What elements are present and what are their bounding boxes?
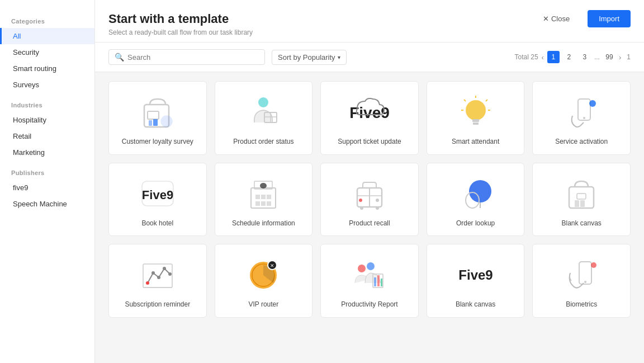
svg-point-64 — [584, 281, 586, 283]
svg-line-14 — [486, 100, 487, 101]
close-button[interactable]: ✕ Close — [538, 12, 574, 25]
svg-rect-29 — [267, 201, 271, 206]
svg-point-65 — [591, 262, 596, 268]
template-card-biometrics[interactable]: Biometrics — [532, 244, 631, 318]
template-card-order-lookup[interactable]: Order lookup — [427, 163, 525, 237]
pagination: Total 25 ‹ 1 2 3 ... 99 › 1 — [515, 51, 631, 63]
template-label: Order lookup — [456, 219, 495, 228]
template-card-schedule-information[interactable]: Schedule information — [215, 163, 313, 237]
template-card-smart-attendant[interactable]: Smart attendant — [427, 81, 525, 155]
template-card-vip-router[interactable]: ✕ VIP router — [215, 244, 313, 318]
industries-label: Industries — [0, 93, 94, 112]
template-icon-person-package — [241, 93, 286, 132]
sidebar-item-security[interactable]: Security — [0, 44, 94, 60]
svg-text:✕: ✕ — [270, 263, 274, 268]
template-icon-balloon — [453, 175, 498, 214]
svg-text:Five9: Five9 — [142, 188, 173, 202]
close-icon: ✕ — [543, 15, 549, 23]
page-99-button[interactable]: 99 — [603, 51, 615, 63]
svg-point-46 — [146, 281, 149, 285]
svg-point-4 — [161, 116, 172, 127]
svg-point-50 — [168, 272, 172, 276]
search-input[interactable] — [127, 53, 259, 62]
total-label: Total 25 — [515, 53, 538, 61]
template-icon-five9-text: Five9 — [135, 175, 180, 214]
template-label: Blank canvas — [562, 219, 602, 228]
sidebar-item-all[interactable]: All — [0, 28, 94, 44]
search-box[interactable]: 🔍 — [108, 49, 265, 65]
sidebar-item-speech-machine[interactable]: Speech Machine — [0, 196, 94, 212]
svg-rect-25 — [261, 195, 266, 199]
svg-point-10 — [466, 100, 486, 120]
template-card-productivity-report[interactable]: Productivity Report — [320, 244, 419, 318]
svg-rect-27 — [255, 201, 260, 206]
svg-rect-60 — [377, 275, 380, 286]
template-card-product-order-status[interactable]: Product order status — [215, 81, 313, 155]
svg-rect-24 — [255, 195, 260, 199]
template-grid-area: Customer loyalty survey Product order st… — [95, 72, 644, 363]
svg-rect-1 — [148, 111, 159, 119]
svg-point-30 — [260, 183, 267, 188]
svg-rect-28 — [261, 201, 266, 206]
template-label: Schedule information — [232, 219, 295, 228]
template-card-blank-canvas-2[interactable]: Five9 Blank canvas — [427, 244, 525, 318]
page-1-button[interactable]: 1 — [547, 51, 560, 63]
header: Start with a template ✕ Close Import Sel… — [95, 0, 644, 43]
svg-rect-11 — [472, 119, 479, 122]
template-icon-hand-phone — [559, 256, 604, 295]
chevron-down-icon: ▾ — [338, 54, 340, 60]
template-card-service-activation[interactable]: Service activation — [532, 81, 631, 155]
template-label: Blank canvas — [456, 300, 495, 309]
close-label: Close — [551, 15, 570, 23]
header-subtitle: Select a ready-built call flow from our … — [108, 29, 631, 36]
sort-label: Sort by Popularity — [278, 53, 335, 62]
svg-point-47 — [151, 271, 155, 275]
svg-point-37 — [376, 199, 379, 202]
sidebar-item-hospitality[interactable]: Hospitality — [0, 112, 94, 128]
svg-rect-26 — [267, 195, 271, 199]
svg-line-15 — [464, 100, 466, 101]
template-card-customer-loyalty-survey[interactable]: Customer loyalty survey — [108, 81, 207, 155]
template-label: Productivity Report — [341, 300, 397, 309]
page-2-button[interactable]: 2 — [563, 51, 575, 63]
template-icon-building — [241, 175, 286, 214]
svg-point-56 — [358, 265, 366, 272]
template-label: Support ticket update — [338, 138, 401, 147]
main-content: Start with a template ✕ Close Import Sel… — [95, 0, 644, 363]
template-label: Product order status — [233, 138, 293, 147]
sidebar-item-five9[interactable]: five9 — [0, 180, 94, 196]
sort-dropdown[interactable]: Sort by Popularity ▾ — [272, 50, 347, 65]
svg-point-38 — [469, 180, 491, 202]
template-label: Service activation — [555, 138, 608, 147]
svg-rect-59 — [374, 277, 376, 286]
template-card-book-hotel[interactable]: Five9 Book hotel — [108, 163, 207, 237]
import-button[interactable]: Import — [588, 10, 631, 27]
svg-rect-2 — [153, 119, 158, 126]
template-icon-bag — [135, 93, 180, 132]
svg-rect-42 — [577, 194, 586, 199]
sidebar-item-smart-routing[interactable]: Smart routing — [0, 60, 94, 77]
sidebar: Categories All Security Smart routing Su… — [0, 0, 95, 363]
template-card-product-recall[interactable]: Product recall — [320, 163, 419, 237]
template-grid: Customer loyalty survey Product order st… — [108, 81, 631, 318]
template-icon-suitcase — [347, 175, 392, 214]
search-icon: 🔍 — [115, 53, 124, 62]
template-card-support-ticket-update[interactable]: Five9 Support ticket update — [320, 81, 419, 155]
sidebar-item-marketing[interactable]: Marketing — [0, 144, 94, 161]
svg-rect-3 — [149, 120, 152, 126]
svg-text:Five9: Five9 — [458, 267, 493, 282]
sidebar-item-surveys[interactable]: Surveys — [0, 77, 94, 93]
template-icon-clock-circle: ✕ — [241, 256, 286, 295]
template-icon-bag-simple — [559, 175, 604, 214]
template-label: Subscription reminder — [125, 300, 190, 309]
template-card-subscription-reminder[interactable]: Subscription reminder — [108, 244, 207, 318]
svg-point-19 — [583, 117, 585, 119]
sidebar-item-retail[interactable]: Retail — [0, 128, 94, 144]
next-page-button[interactable]: › — [619, 53, 621, 62]
template-card-blank-canvas-1[interactable]: Blank canvas — [532, 163, 631, 237]
page-3-button[interactable]: 3 — [579, 51, 591, 63]
prev-page-button[interactable]: ‹ — [542, 53, 544, 62]
template-label: Smart attendant — [452, 138, 499, 147]
svg-point-35 — [376, 206, 379, 210]
template-icon-five9-cloud: Five9 — [347, 93, 392, 132]
